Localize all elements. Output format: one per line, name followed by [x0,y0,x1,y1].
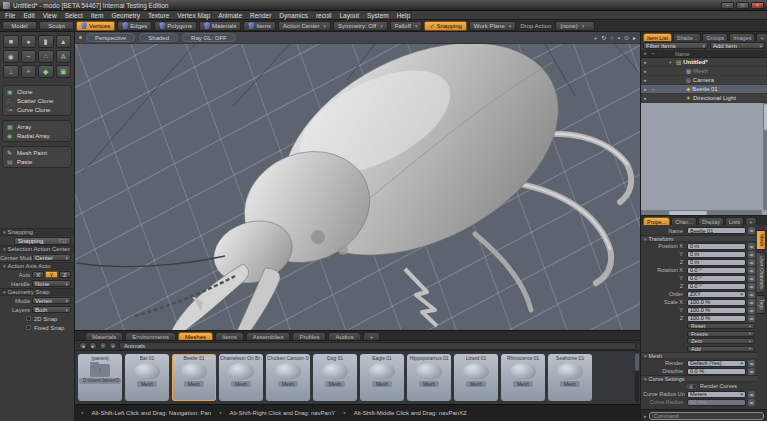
field-stepper[interactable] [748,227,755,234]
curve-radius-unit-dropdown[interactable]: Meters [687,391,746,398]
snap-layers-dropdown[interactable]: Both [32,306,71,313]
render-curve-polygons-toggle[interactable] [687,408,697,409]
primitive-tool-button[interactable] [56,50,72,63]
filter-items-dropdown[interactable]: Filter Items [643,42,708,49]
primitive-tool-button[interactable] [38,35,54,48]
axis-button[interactable]: Z [59,271,71,278]
preset-tab[interactable]: Items [215,332,244,340]
field-stepper[interactable] [748,291,755,298]
field-stepper[interactable] [748,368,755,375]
component-mode-button[interactable]: Vertices [76,21,115,31]
viewport-mode-button[interactable]: Ray GL: OFF [182,33,236,42]
value-field[interactable]: 100.0 % [687,299,746,306]
menu-item[interactable]: File [5,12,15,19]
checkbox-icon[interactable] [26,325,31,330]
mode-tab[interactable]: Sculpt [39,21,74,30]
field-stepper[interactable] [748,259,755,266]
properties-tab[interactable]: Chan... [671,217,697,225]
visibility-eye-icon[interactable]: ● [641,78,649,83]
add-path-button[interactable]: + [109,342,117,350]
preset-tab[interactable]: Meshes [178,332,213,340]
component-mode-button[interactable]: Materials [199,21,241,31]
properties-side-tab[interactable]: User Channels [757,252,766,293]
transform-action-dropdown[interactable]: Freeze [687,331,755,337]
item-list-tab[interactable]: Groups [702,33,728,41]
curve-radius-field[interactable]: 50 mm [687,399,746,406]
work-plane-dropdown[interactable]: Work Plane [469,21,516,31]
render-curves-toggle[interactable] [687,384,697,389]
value-field[interactable]: ZXY [687,291,746,298]
tool-button[interactable]: Radial Array [4,131,70,140]
maximize-button[interactable]: □ [736,2,749,9]
preset-scrollbar[interactable] [635,351,639,402]
item-list-tab[interactable]: + [756,33,767,41]
center-mode-dropdown[interactable]: Center [32,254,71,261]
up-button[interactable]: ↑ [99,342,107,350]
preset-card[interactable]: (parent) D:\Users\James\D... [78,354,122,401]
primitive-tool-button[interactable] [3,35,19,48]
field-stepper[interactable] [748,267,755,274]
transform-action-dropdown[interactable]: Add [687,346,755,352]
add-item-dropdown[interactable]: Add Item [710,42,765,49]
value-field[interactable]: 100.0 % [687,315,746,322]
preset-tab[interactable]: Assemblies [246,332,291,340]
menu-item[interactable]: View [43,12,57,19]
drop-action-dropdown[interactable]: (none) [555,21,595,31]
tool-button[interactable]: Curve Clone [4,105,70,114]
viewport-corner-icon[interactable] [601,33,606,43]
field-stepper[interactable] [748,243,755,250]
checkbox-icon[interactable] [26,316,31,321]
menu-item[interactable]: Texture [148,12,169,19]
primitive-tool-button[interactable] [21,35,37,48]
primitive-tool-button[interactable] [38,65,54,78]
properties-side-tab[interactable]: Tags [757,295,766,314]
forward-button[interactable]: ▸ [89,342,97,350]
primitive-tool-button[interactable] [21,65,37,78]
action-center-dropdown[interactable]: Action Center [278,21,331,31]
item-list-tab[interactable]: Shade... [673,33,702,41]
preset-card[interactable]: Seahorse 01 Mesh [548,354,592,401]
primitive-tool-button[interactable] [56,65,72,78]
primitive-tool-button[interactable] [3,65,19,78]
visibility-eye-icon[interactable]: ● [641,60,649,65]
tool-button[interactable]: Array [4,122,70,131]
symmetry-dropdown[interactable]: Symmetry: Off [333,21,388,31]
menu-item[interactable]: Dynamics [279,12,308,19]
curve-settings-header[interactable]: Curve Settings [641,375,757,382]
viewport-canvas[interactable] [75,44,640,330]
close-button[interactable]: × [751,2,764,9]
primitive-tool-button[interactable] [3,50,19,63]
preset-tab[interactable]: Environments [125,332,176,340]
field-stepper[interactable] [748,299,755,306]
value-field[interactable]: 100.0 % [687,307,746,314]
preset-tab[interactable]: Materials [85,332,123,340]
visibility-eye-icon[interactable]: ● [641,96,649,101]
falloff-dropdown[interactable]: Falloff [390,21,423,31]
viewport-corner-icon[interactable] [624,33,629,43]
menu-item[interactable]: Select [65,12,83,19]
viewport-corner-icon[interactable] [618,33,620,43]
field-stepper[interactable] [748,251,755,258]
snap-checkbox-row[interactable]: Fixed Snap [0,323,74,332]
menu-item[interactable]: Item [91,12,104,19]
item-list-row[interactable]: ● ▾ Untitled* [641,58,767,67]
primitive-tool-button[interactable] [56,35,72,48]
viewport-mode-button[interactable]: Shaded [139,33,178,42]
minimize-button[interactable]: – [721,2,734,9]
expander-icon[interactable]: ▾ [669,60,674,65]
preset-card[interactable]: Eagle 01 Mesh [360,354,404,401]
transform-section-header[interactable]: Transform [641,235,757,242]
field-stepper[interactable] [748,360,755,367]
preset-tab[interactable]: Profiles [292,332,326,340]
command-input[interactable]: Command [649,412,764,420]
tool-button[interactable]: Clone [4,87,70,96]
preset-card[interactable]: Dog 01 Mesh [313,354,357,401]
preset-card[interactable]: Chameleon On Br... Mesh [219,354,263,401]
snap-checkbox-row[interactable]: 2D Snap [0,314,74,323]
transform-action-dropdown[interactable]: Reset [687,323,755,329]
field-stepper[interactable] [748,275,755,282]
properties-tab[interactable]: Prope... [643,217,670,225]
properties-tab[interactable]: Lists [725,217,744,225]
transform-action-dropdown[interactable]: Zero [687,338,755,344]
snapping-button[interactable]: Snapping [424,21,466,31]
